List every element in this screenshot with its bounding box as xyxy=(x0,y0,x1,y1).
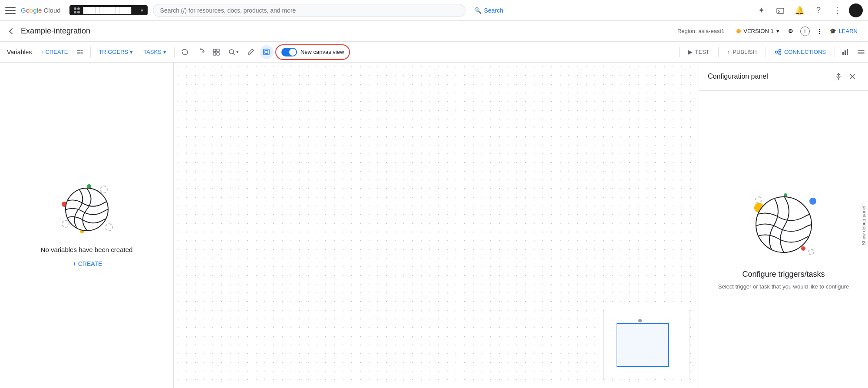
panel-dot-outline-l xyxy=(755,196,762,203)
search-icon: 🔍 xyxy=(474,7,482,14)
version-label: VERSION 1 xyxy=(743,28,773,34)
cloud-shell-btn[interactable] xyxy=(772,3,788,18)
redo-button[interactable] xyxy=(194,45,208,59)
svg-rect-12 xyxy=(845,50,846,55)
panel-globe-illustration xyxy=(756,196,812,253)
minimap xyxy=(603,310,690,379)
divider5 xyxy=(766,47,766,57)
svg-rect-4 xyxy=(217,53,219,55)
main-content: No variables have been created + CREATE … xyxy=(0,63,868,388)
project-dots-icon xyxy=(74,7,80,13)
svg-rect-2 xyxy=(217,49,219,52)
configure-subtitle: Select trigger or task that you would li… xyxy=(718,282,849,291)
chevron-down-icon: ▾ xyxy=(141,7,143,13)
nav-right: ✦ 🔔 ? ⋮ xyxy=(753,3,863,18)
search-bar[interactable] xyxy=(153,4,465,17)
tasks-button[interactable]: TASKS ▾ xyxy=(139,46,171,58)
minimap-dot xyxy=(638,319,642,322)
project-selector[interactable]: ████████████ ▾ xyxy=(69,5,148,15)
collapse-panel-button[interactable] xyxy=(73,45,87,59)
variables-create-button[interactable]: + CREATE xyxy=(37,46,71,58)
learn-button[interactable]: 🎓 LEARN xyxy=(826,26,861,36)
svg-rect-3 xyxy=(213,53,216,55)
test-button[interactable]: ▶ TEST xyxy=(683,46,715,58)
version-button[interactable]: VERSION 1 ▾ xyxy=(731,26,784,36)
divider2 xyxy=(174,47,175,57)
more-button[interactable]: ⋮ xyxy=(813,26,826,36)
ai-icon-btn[interactable]: ✦ xyxy=(753,3,769,18)
info-icon: i xyxy=(800,27,810,36)
zoom-chevron-icon: ▾ xyxy=(236,49,239,55)
page-title: Example-integration xyxy=(21,27,677,36)
panel-header: Configuration panel xyxy=(699,63,868,91)
menu-button[interactable] xyxy=(854,45,868,59)
help-btn[interactable]: ? xyxy=(811,3,826,18)
settings-button[interactable]: ⚙ xyxy=(785,26,797,36)
toolbar: Variables + CREATE TRIGGERS ▾ TASKS ▾ ▾ … xyxy=(0,42,868,63)
empty-state: No variables have been created + CREATE xyxy=(41,183,133,267)
project-name: ████████████ xyxy=(83,7,137,13)
svg-rect-11 xyxy=(842,52,844,55)
svg-point-9 xyxy=(779,49,781,51)
variables-panel: No variables have been created + CREATE xyxy=(0,63,174,388)
divider4 xyxy=(718,47,719,57)
hamburger-menu[interactable] xyxy=(5,5,16,16)
variables-label: Variables xyxy=(3,49,35,56)
play-icon: ▶ xyxy=(688,49,693,55)
second-bar: Example-integration Region: asia-east1 V… xyxy=(0,21,868,42)
svg-point-8 xyxy=(775,51,777,53)
info-button[interactable]: i xyxy=(797,25,813,38)
region-badge: Region: asia-east1 xyxy=(677,28,724,34)
panel-dot-red xyxy=(801,246,805,251)
toggle-thumb xyxy=(289,49,296,56)
divider6 xyxy=(835,47,835,57)
layout-button[interactable] xyxy=(209,45,223,59)
svg-rect-7 xyxy=(265,50,268,53)
zoom-button[interactable]: ▾ xyxy=(225,45,242,59)
connections-button[interactable]: CONNECTIONS xyxy=(769,46,831,58)
search-input[interactable] xyxy=(160,7,458,14)
minimap-viewport xyxy=(617,323,669,367)
top-nav: Google Cloud ████████████ ▾ 🔍 Search ✦ 🔔… xyxy=(0,0,868,21)
toggle-switch xyxy=(281,48,297,56)
canvas-area[interactable] xyxy=(174,63,699,388)
divider xyxy=(90,47,91,57)
edit-button[interactable] xyxy=(244,45,258,59)
close-panel-button[interactable] xyxy=(845,70,859,83)
publish-button[interactable]: ↑ PUBLISH xyxy=(722,46,762,58)
empty-illustration xyxy=(61,183,113,235)
back-button[interactable] xyxy=(7,27,16,36)
triggers-button[interactable]: TRIGGERS ▾ xyxy=(94,46,137,58)
search-button[interactable]: 🔍 Search xyxy=(474,7,503,14)
notifications-btn[interactable]: 🔔 xyxy=(792,3,807,18)
user-avatar[interactable] xyxy=(849,3,863,17)
undo-button[interactable] xyxy=(178,45,192,59)
analytics-button[interactable] xyxy=(838,45,852,59)
svg-rect-6 xyxy=(264,49,269,55)
learn-icon: 🎓 xyxy=(829,28,836,34)
publish-icon: ↑ xyxy=(727,49,730,55)
debug-panel-label[interactable]: Show debug panel xyxy=(859,202,868,249)
new-canvas-label: New canvas view xyxy=(300,49,344,55)
google-cloud-logo: Google Cloud xyxy=(21,7,61,14)
svg-rect-13 xyxy=(847,49,848,55)
panel-dot-blue xyxy=(809,198,816,205)
configure-title: Configure triggers/tasks xyxy=(742,270,825,279)
panel-title: Configuration panel xyxy=(708,73,832,80)
more-options-btn[interactable]: ⋮ xyxy=(830,3,845,18)
svg-rect-1 xyxy=(213,49,216,52)
new-canvas-toggle[interactable]: New canvas view xyxy=(275,44,350,60)
panel-dot-outline-br xyxy=(808,249,814,255)
divider3 xyxy=(679,47,680,57)
more-vert-icon: ⋮ xyxy=(817,28,822,34)
pin-panel-button[interactable] xyxy=(832,70,845,83)
version-status-dot xyxy=(736,29,741,33)
create-variable-button[interactable]: + CREATE xyxy=(71,260,102,267)
right-panel: Configuration panel xyxy=(699,63,868,388)
canvas-mode-button[interactable] xyxy=(260,45,274,59)
svg-rect-0 xyxy=(777,8,784,13)
tasks-chevron-icon: ▾ xyxy=(163,49,166,55)
gear-icon: ⚙ xyxy=(788,28,793,34)
panel-body: Configure triggers/tasks Select trigger … xyxy=(699,91,868,388)
svg-point-10 xyxy=(779,53,781,55)
